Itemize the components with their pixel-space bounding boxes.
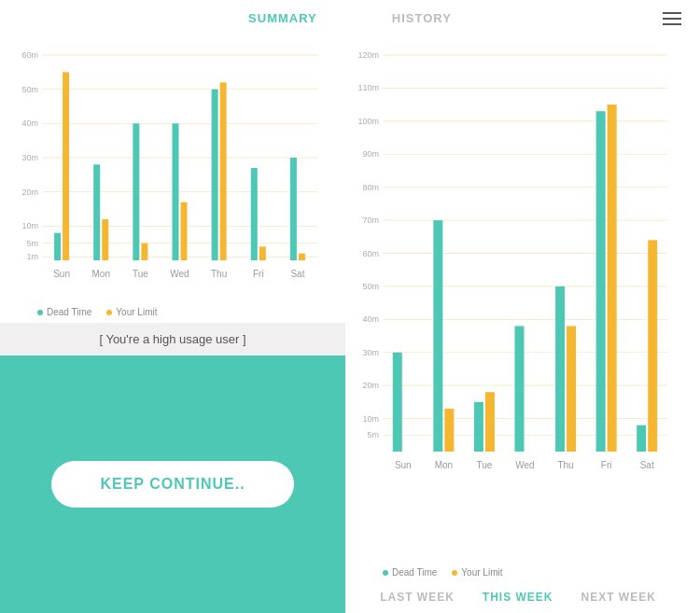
svg-rect-71 — [515, 326, 525, 452]
svg-rect-31 — [251, 168, 258, 260]
svg-rect-77 — [608, 104, 617, 452]
svg-rect-19 — [93, 164, 100, 260]
your-limit-legend-right: Your Limit — [452, 567, 502, 578]
svg-rect-68 — [474, 402, 483, 452]
svg-rect-65 — [433, 220, 442, 452]
svg-text:5m: 5m — [26, 239, 38, 248]
svg-text:30m: 30m — [21, 153, 38, 162]
svg-text:Sat: Sat — [640, 460, 654, 470]
last-week-button[interactable]: LAST WEEK — [380, 591, 455, 604]
dead-time-dot — [37, 310, 43, 315]
svg-rect-17 — [63, 72, 69, 260]
right-chart-area: 120m110m100m90m80m70m60m50m40m30m20m10m5… — [345, 46, 691, 564]
svg-text:Mon: Mon — [91, 269, 109, 279]
svg-text:60m: 60m — [362, 249, 379, 258]
dead-time-legend: Dead Time — [37, 307, 91, 317]
right-panel: 120m110m100m90m80m70m60m50m40m30m20m10m5… — [345, 36, 700, 613]
next-week-button[interactable]: NEXT WEEK — [581, 591, 656, 604]
svg-rect-66 — [444, 409, 454, 452]
svg-text:Sun: Sun — [53, 269, 70, 279]
svg-text:60m: 60m — [21, 50, 38, 60]
svg-text:90m: 90m — [362, 149, 379, 159]
svg-rect-25 — [173, 123, 179, 260]
menu-icon[interactable] — [663, 12, 681, 25]
svg-text:Sat: Sat — [290, 269, 304, 279]
svg-text:70m: 70m — [362, 216, 379, 225]
svg-text:10m: 10m — [362, 414, 379, 424]
header: SUMMARY HISTORY — [0, 0, 700, 36]
nav-summary[interactable]: SUMMARY — [248, 11, 317, 25]
svg-text:50m: 50m — [21, 85, 38, 94]
svg-text:80m: 80m — [362, 183, 379, 192]
svg-text:40m: 40m — [21, 118, 38, 128]
your-limit-label: Your Limit — [116, 307, 157, 317]
your-limit-label-right: Your Limit — [461, 567, 502, 578]
dead-time-legend-right: Dead Time — [383, 567, 437, 578]
svg-rect-79 — [637, 425, 646, 452]
svg-text:Wed: Wed — [515, 460, 534, 470]
svg-text:1m: 1m — [26, 252, 38, 261]
your-limit-dot — [106, 310, 112, 315]
svg-text:120m: 120m — [357, 50, 379, 60]
svg-text:Thu: Thu — [211, 269, 227, 279]
svg-text:110m: 110m — [357, 83, 379, 92]
svg-text:40m: 40m — [362, 314, 379, 324]
left-legend: Dead Time Your Limit — [0, 303, 345, 323]
svg-rect-22 — [133, 123, 139, 260]
svg-text:Sun: Sun — [395, 460, 412, 470]
right-legend: Dead Time Your Limit — [345, 564, 691, 583]
svg-rect-73 — [555, 286, 565, 452]
svg-rect-34 — [290, 158, 297, 260]
svg-rect-35 — [299, 254, 305, 260]
svg-text:20m: 20m — [21, 188, 38, 197]
svg-text:10m: 10m — [21, 221, 38, 230]
svg-text:30m: 30m — [362, 348, 379, 357]
svg-rect-20 — [102, 219, 108, 260]
svg-text:50m: 50m — [362, 282, 379, 291]
dead-time-label-right: Dead Time — [392, 567, 437, 578]
svg-rect-26 — [181, 202, 188, 260]
svg-text:Tue: Tue — [133, 269, 148, 279]
svg-rect-69 — [485, 392, 495, 452]
green-section: KEEP CONTINUE.. — [0, 355, 345, 613]
svg-text:Fri: Fri — [601, 460, 612, 470]
nav-history[interactable]: HISTORY — [392, 11, 452, 25]
dead-time-dot-right — [383, 570, 388, 576]
your-limit-legend: Your Limit — [106, 307, 157, 317]
svg-rect-74 — [567, 326, 576, 452]
dead-time-label: Dead Time — [47, 307, 91, 317]
svg-text:Thu: Thu — [557, 460, 573, 470]
svg-text:20m: 20m — [362, 381, 379, 390]
left-panel: 60m50m40m30m20m10m5m1mSunMonTueWedThuFri… — [0, 36, 345, 613]
svg-text:5m: 5m — [367, 430, 379, 439]
svg-rect-76 — [596, 111, 606, 452]
svg-rect-80 — [648, 240, 657, 452]
svg-text:Fri: Fri — [253, 269, 264, 279]
main-content: 60m50m40m30m20m10m5m1mSunMonTueWedThuFri… — [0, 36, 700, 613]
svg-text:Mon: Mon — [435, 460, 453, 470]
nav: SUMMARY HISTORY — [248, 11, 452, 25]
svg-text:Wed: Wed — [170, 269, 189, 279]
this-week-button[interactable]: THIS WEEK — [483, 591, 553, 604]
alert-text: [ You're a high usage user ] — [99, 332, 245, 346]
svg-rect-28 — [212, 90, 218, 260]
left-chart-area: 60m50m40m30m20m10m5m1mSunMonTueWedThuFri… — [0, 36, 345, 303]
alert-bar: [ You're a high usage user ] — [0, 323, 345, 355]
svg-text:100m: 100m — [357, 117, 379, 126]
svg-rect-32 — [259, 246, 266, 260]
svg-rect-63 — [393, 353, 402, 452]
week-nav: LAST WEEK THIS WEEK NEXT WEEK — [345, 583, 691, 613]
svg-rect-23 — [141, 244, 147, 260]
svg-rect-16 — [54, 233, 61, 260]
keep-continue-button[interactable]: KEEP CONTINUE.. — [51, 461, 294, 508]
svg-rect-29 — [220, 82, 227, 260]
svg-text:Tue: Tue — [476, 460, 492, 470]
your-limit-dot-right — [452, 570, 457, 576]
